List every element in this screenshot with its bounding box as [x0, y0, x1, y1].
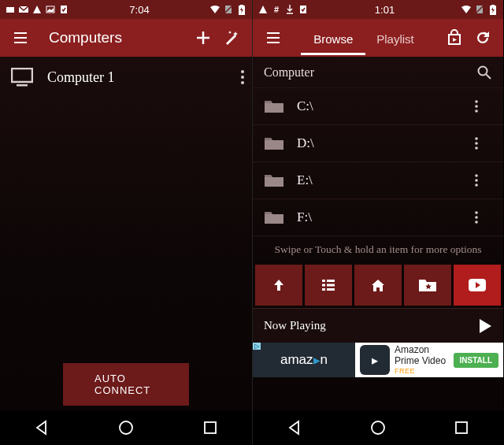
- svg-point-12: [241, 81, 244, 84]
- browse-content: Computer C:\ D:\ E:\ F:\ Swipe or Touch: [253, 57, 503, 410]
- svg-rect-34: [322, 280, 325, 282]
- tool-row: [253, 265, 503, 308]
- warning-icon: [258, 4, 269, 15]
- app-bar: Computers: [0, 19, 252, 57]
- store-button[interactable]: [440, 24, 469, 52]
- app-bar: Browse Playlist: [253, 19, 503, 57]
- svg-point-24: [475, 109, 478, 113]
- status-bar: # 1:01: [253, 0, 503, 19]
- ad-title: Amazon Prime Video: [395, 345, 449, 367]
- status-notification-icons: [5, 4, 69, 15]
- svg-point-27: [475, 146, 478, 150]
- status-notification-icons: #: [258, 4, 309, 15]
- home-button[interactable]: [354, 413, 402, 442]
- search-button[interactable]: [476, 65, 492, 80]
- svg-rect-35: [327, 280, 335, 282]
- favorites-button[interactable]: [404, 265, 451, 306]
- svg-point-13: [120, 421, 132, 434]
- home-button[interactable]: [354, 265, 402, 306]
- tab-browse[interactable]: Browse: [310, 23, 356, 54]
- hash-icon: #: [271, 4, 282, 15]
- now-playing-label: Now Playing: [264, 319, 326, 332]
- now-playing-bar[interactable]: Now Playing: [253, 308, 503, 343]
- svg-rect-39: [327, 288, 335, 291]
- computer-list-item[interactable]: Computer 1: [0, 57, 252, 98]
- item-overflow-button[interactable]: [475, 137, 494, 150]
- svg-point-32: [475, 216, 478, 219]
- folder-icon: [264, 172, 284, 188]
- folder-icon: [264, 135, 284, 151]
- battery-icon: [487, 4, 498, 15]
- ad-brand-text: amaz: [280, 352, 313, 368]
- page-title: Computers: [49, 29, 189, 46]
- svg-point-11: [241, 76, 244, 79]
- no-sim-icon: [474, 4, 485, 15]
- back-button[interactable]: [18, 413, 65, 442]
- ad-brand-panel: ▷ amaz▸n: [253, 343, 355, 377]
- status-clock: 7:04: [69, 4, 209, 16]
- folder-icon: [264, 98, 284, 114]
- svg-rect-19: [491, 5, 495, 6]
- svg-line-21: [487, 74, 491, 79]
- refresh-button[interactable]: [469, 24, 497, 52]
- svg-rect-42: [456, 422, 467, 433]
- drive-row[interactable]: D:\: [253, 125, 503, 162]
- drive-label: C:\: [297, 98, 475, 114]
- breadcrumb-row[interactable]: Computer: [253, 57, 503, 88]
- play-icon[interactable]: [478, 318, 492, 334]
- status-bar: 7:04: [0, 0, 252, 19]
- drive-row[interactable]: C:\: [253, 88, 503, 125]
- ad-content: ▸ Amazon Prime Video FREE INSTALL: [355, 345, 503, 375]
- svg-point-33: [475, 221, 478, 224]
- status-system-icons: [461, 4, 498, 15]
- computers-content: Computer 1 AUTO CONNECT: [0, 57, 252, 410]
- wifi-icon: [461, 4, 472, 15]
- home-button[interactable]: [102, 413, 150, 442]
- up-button[interactable]: [255, 265, 302, 306]
- svg-point-26: [475, 142, 478, 145]
- svg-rect-36: [322, 284, 325, 287]
- drive-row[interactable]: F:\: [253, 199, 503, 236]
- drive-label: D:\: [297, 135, 475, 151]
- recents-button[interactable]: [187, 413, 234, 442]
- drive-row[interactable]: E:\: [253, 162, 503, 199]
- item-overflow-button[interactable]: [241, 70, 244, 84]
- svg-point-20: [479, 66, 487, 75]
- ad-banner[interactable]: ▷ amaz▸n ▸ Amazon Prime Video FREE INSTA…: [253, 343, 503, 377]
- folder-icon: [264, 210, 284, 225]
- queue-button[interactable]: [305, 265, 352, 306]
- svg-rect-37: [327, 284, 335, 287]
- status-clock: 1:01: [309, 4, 461, 16]
- svg-point-25: [475, 137, 478, 140]
- menu-button[interactable]: [6, 24, 35, 52]
- clipboard-icon: [298, 4, 309, 15]
- adchoices-icon[interactable]: ▷: [253, 343, 261, 350]
- ad-app-icon: ▸: [360, 345, 390, 375]
- gmail-icon: [18, 4, 29, 15]
- notification-icon: [5, 4, 16, 15]
- wizard-button[interactable]: [217, 24, 246, 52]
- svg-rect-7: [240, 5, 243, 6]
- tab-playlist[interactable]: Playlist: [373, 23, 417, 54]
- menu-button[interactable]: [259, 24, 287, 52]
- auto-connect-button[interactable]: AUTO CONNECT: [63, 363, 189, 406]
- recents-button[interactable]: [438, 413, 485, 442]
- svg-point-10: [241, 70, 244, 73]
- tabs: Browse Playlist: [287, 23, 440, 54]
- image-icon: [45, 4, 56, 15]
- svg-point-30: [475, 184, 478, 187]
- item-overflow-button[interactable]: [475, 174, 494, 187]
- item-overflow-button[interactable]: [475, 211, 494, 224]
- svg-rect-9: [17, 84, 28, 87]
- back-button[interactable]: [271, 413, 318, 442]
- svg-rect-0: [6, 7, 14, 13]
- warning-icon: [32, 4, 43, 15]
- ad-install-button[interactable]: INSTALL: [454, 353, 498, 368]
- add-button[interactable]: [189, 24, 217, 52]
- hint-text: Swipe or Touch & hold an item for more o…: [253, 236, 503, 265]
- drive-label: F:\: [297, 210, 475, 225]
- item-overflow-button[interactable]: [475, 100, 494, 113]
- status-system-icons: [209, 4, 247, 15]
- svg-point-29: [475, 179, 478, 182]
- play-button[interactable]: [454, 265, 501, 306]
